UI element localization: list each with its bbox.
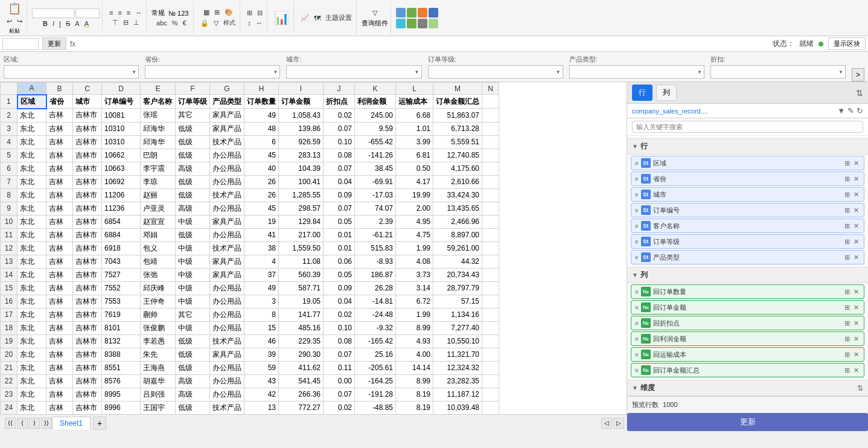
cell-I19[interactable]: 229.35: [279, 334, 324, 348]
cell-K10[interactable]: 2.39: [355, 215, 396, 228]
cell-E24[interactable]: 王国宇: [141, 401, 176, 414]
cell-L10[interactable]: 4.95: [396, 215, 433, 228]
cell-A12[interactable]: 东北: [18, 242, 46, 255]
cell-N13[interactable]: [482, 255, 499, 268]
cell-M16[interactable]: 57.15: [433, 295, 482, 308]
sheet-add-btn[interactable]: +: [93, 417, 106, 430]
cell-C19[interactable]: 吉林市: [73, 334, 102, 348]
thousand-btn[interactable]: €: [181, 19, 188, 27]
cell-N16[interactable]: [482, 295, 499, 308]
cell-I22[interactable]: 541.45: [279, 374, 324, 388]
cell-C9[interactable]: 吉林市: [73, 202, 102, 215]
col-header-J[interactable]: J: [324, 83, 355, 95]
scroll-right-btn[interactable]: ▷: [613, 418, 624, 429]
col-header-E[interactable]: E: [141, 83, 176, 95]
cell-L11[interactable]: 4.75: [396, 228, 433, 242]
cell-H6[interactable]: 40: [244, 162, 279, 175]
datasource-refresh-btn[interactable]: ↻: [857, 106, 863, 115]
cell-M4[interactable]: 5,559.51: [433, 135, 482, 149]
cell-M14[interactable]: 20,734.43: [433, 268, 482, 281]
cell-C21[interactable]: 吉林市: [73, 361, 102, 374]
col-header-G[interactable]: G: [210, 83, 244, 95]
cell-I15[interactable]: 587.71: [279, 281, 324, 295]
sheet-nav-next[interactable]: ⟩: [29, 418, 40, 429]
cell-K22[interactable]: -164.25: [355, 374, 396, 388]
cell-F17[interactable]: 其它: [176, 308, 210, 321]
cell-M13[interactable]: 44.32: [433, 255, 482, 268]
undo-btn[interactable]: ↩: [5, 17, 14, 26]
cell-C11[interactable]: 吉林市: [73, 228, 102, 242]
cell-M8[interactable]: 33,424.30: [433, 188, 482, 202]
filter-area-select[interactable]: [4, 65, 139, 78]
cell-I9[interactable]: 298.57: [279, 202, 324, 215]
col-field-4[interactable]: ≡ № 回运输成本 ⊞ ✕: [631, 347, 864, 362]
cell-G7[interactable]: 办公用品: [210, 175, 244, 188]
cell-F16[interactable]: 中级: [176, 295, 210, 308]
color-lightgreen[interactable]: [429, 19, 438, 28]
cell-N5[interactable]: [482, 149, 499, 162]
cell-M2[interactable]: 51,863.07: [433, 109, 482, 123]
cell-J15[interactable]: 0.09: [324, 281, 355, 295]
cell-G4[interactable]: 技术产品: [210, 135, 244, 149]
cell-E4[interactable]: 邱海华: [141, 135, 176, 149]
cell-B17[interactable]: 吉林: [46, 308, 73, 321]
cell-C1[interactable]: 城市: [73, 95, 102, 109]
cell-H7[interactable]: 26: [244, 175, 279, 188]
cell-style-btn[interactable]: 🎨: [223, 8, 235, 17]
datasource-edit-btn[interactable]: ✎: [847, 106, 854, 115]
cell-I6[interactable]: 104.39: [279, 162, 324, 175]
cell-J7[interactable]: 0.04: [324, 175, 355, 188]
cell-C12[interactable]: 吉林市: [73, 242, 102, 255]
cell-K19[interactable]: -165.42: [355, 334, 396, 348]
row-tab-btn[interactable]: 行: [632, 85, 653, 101]
cell-H20[interactable]: 39: [244, 348, 279, 361]
color-green[interactable]: [407, 8, 416, 18]
settings-btn[interactable]: 主题设置: [324, 13, 354, 23]
cell-A1[interactable]: 区域: [18, 95, 46, 109]
cell-D14[interactable]: 7527: [102, 268, 141, 281]
row-field-6[interactable]: ≡ St 产品类型 ⊞ ✕: [631, 250, 864, 264]
cell-L17[interactable]: 1.99: [396, 308, 433, 321]
row-field-3[interactable]: ≡ St 订单编号 ⊞ ✕: [631, 203, 864, 217]
cell-G6[interactable]: 办公用品: [210, 162, 244, 175]
cell-B12[interactable]: 吉林: [46, 242, 73, 255]
cell-K6[interactable]: 38.45: [355, 162, 396, 175]
align-left-btn[interactable]: ≡: [107, 8, 115, 17]
cell-J14[interactable]: 0.05: [324, 268, 355, 281]
sheet-nav-prev[interactable]: ⟨: [17, 418, 28, 429]
cell-L6[interactable]: 0.50: [396, 162, 433, 175]
cell-B13[interactable]: 吉林: [46, 255, 73, 268]
cell-M5[interactable]: 12,740.85: [433, 149, 482, 162]
cell-A9[interactable]: 东北: [18, 202, 46, 215]
cell-C14[interactable]: 吉林市: [73, 268, 102, 281]
panel-search-input[interactable]: [632, 121, 863, 133]
cell-L5[interactable]: 6.81: [396, 149, 433, 162]
cell-K18[interactable]: -9.32: [355, 321, 396, 334]
cell-D8[interactable]: 11206: [102, 188, 141, 202]
underline-btn[interactable]: I: [57, 19, 63, 28]
cell-F3[interactable]: 低级: [176, 122, 210, 135]
cell-A6[interactable]: 东北: [18, 162, 46, 175]
bold-btn[interactable]: B: [41, 19, 49, 28]
cell-N1[interactable]: [482, 95, 499, 109]
cell-I7[interactable]: 100.41: [279, 175, 324, 188]
cell-G16[interactable]: 办公用品: [210, 295, 244, 308]
cell-D2[interactable]: 10081: [102, 109, 141, 123]
cell-E12[interactable]: 包义: [141, 242, 176, 255]
cell-F5[interactable]: 低级: [176, 149, 210, 162]
col-field-1[interactable]: ≡ № 回订单金额 ⊞ ✕: [631, 300, 864, 315]
col-header-B[interactable]: B: [46, 83, 73, 95]
align-center-btn[interactable]: ≡: [116, 8, 123, 17]
cell-H1[interactable]: 订单数量: [244, 95, 279, 109]
cell-C2[interactable]: 吉林市: [73, 109, 102, 123]
cell-I23[interactable]: 266.36: [279, 388, 324, 401]
cell-I18[interactable]: 485.16: [279, 321, 324, 334]
cell-N21[interactable]: [482, 361, 499, 374]
cell-H4[interactable]: 6: [244, 135, 279, 149]
field-asc-btn[interactable]: ⊞: [843, 303, 851, 312]
cell-E19[interactable]: 李若愚: [141, 334, 176, 348]
cell-A7[interactable]: 东北: [18, 175, 46, 188]
col-header-F[interactable]: F: [176, 83, 210, 95]
cell-N6[interactable]: [482, 162, 499, 175]
col-header-H[interactable]: H: [244, 83, 279, 95]
